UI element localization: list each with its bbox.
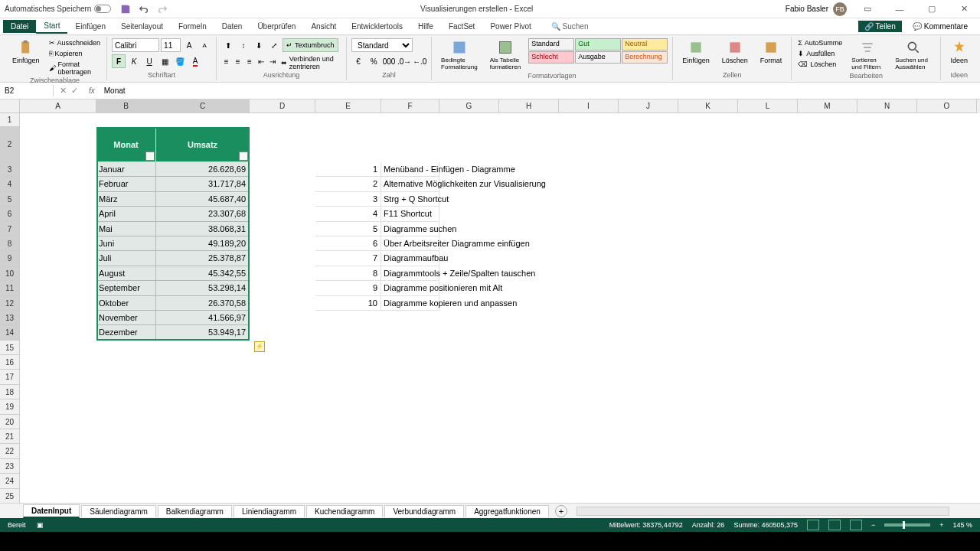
style-ausgabe[interactable]: Ausgabe	[575, 51, 621, 64]
comments-button[interactable]: 💬 Kommentare	[908, 21, 972, 32]
row-header-8[interactable]: 8	[0, 236, 20, 251]
sheet-tab[interactable]: Liniendiagramm	[234, 505, 305, 517]
indent-dec-icon[interactable]: ⇤	[256, 54, 266, 68]
cell[interactable]: August	[96, 266, 156, 281]
cell[interactable]: 53.949,17	[156, 325, 250, 340]
cell[interactable]: 23.307,68	[156, 207, 250, 221]
comma-icon[interactable]: 000	[382, 54, 396, 68]
cell[interactable]: Alternative Möglichkeiten zur Visualisie…	[381, 177, 439, 191]
col-header-H[interactable]: H	[499, 99, 559, 113]
zoom-in-icon[interactable]: +	[939, 521, 943, 529]
cell[interactable]: Juni	[96, 236, 156, 251]
row-header-18[interactable]: 18	[0, 385, 20, 399]
formula-input[interactable]	[100, 85, 980, 96]
zoom-slider[interactable]	[884, 523, 930, 527]
style-standard[interactable]: Standard	[528, 38, 574, 51]
row-header-15[interactable]: 15	[0, 341, 20, 355]
tab-factset[interactable]: FactSet	[441, 20, 482, 33]
delete-cells-button[interactable]: Löschen	[717, 38, 753, 66]
font-name-select[interactable]	[112, 38, 159, 52]
cell[interactable]: Monat▾	[96, 127, 156, 162]
tab-file[interactable]: Datei	[3, 20, 36, 33]
merge-button[interactable]: ⬌ Verbinden und zentrieren	[279, 54, 341, 71]
cell[interactable]: 6	[315, 236, 381, 251]
view-layout-icon[interactable]	[828, 520, 841, 530]
col-header-A[interactable]: A	[20, 99, 96, 113]
cell[interactable]: Menüband - Einfügen - Diagramme	[381, 162, 439, 177]
cell[interactable]: 45.687,40	[156, 192, 250, 207]
zoom-level[interactable]: 145 %	[952, 521, 972, 529]
style-schlecht[interactable]: Schlecht	[528, 51, 574, 64]
percent-icon[interactable]: %	[367, 54, 381, 68]
share-button[interactable]: 🔗 Teilen	[858, 21, 902, 32]
row-header-6[interactable]: 6	[0, 207, 20, 221]
align-top-icon[interactable]: ⬆	[221, 38, 235, 52]
user-account[interactable]: Fabio Basler FB	[786, 2, 847, 16]
horizontal-scrollbar[interactable]	[577, 507, 949, 516]
save-icon[interactable]	[120, 4, 131, 15]
cell[interactable]: 5	[315, 222, 381, 236]
tab-developer[interactable]: Entwicklertools	[344, 20, 410, 33]
row-header-14[interactable]: 14	[0, 325, 20, 340]
number-format-select[interactable]: Standard	[351, 38, 413, 52]
sheet-tab[interactable]: Verbunddiagramm	[384, 505, 464, 517]
col-header-E[interactable]: E	[315, 99, 381, 113]
autosum-button[interactable]: Σ AutoSumme	[796, 38, 844, 47]
wrap-text-button[interactable]: ↵ Textumbruch	[283, 38, 338, 52]
close-icon[interactable]: ✕	[952, 2, 975, 17]
row-header-9[interactable]: 9	[0, 251, 20, 266]
row-header-7[interactable]: 7	[0, 222, 20, 236]
col-header-M[interactable]: M	[798, 99, 858, 113]
cell[interactable]: 41.566,97	[156, 311, 250, 325]
cell[interactable]: Dezember	[96, 325, 156, 340]
cell[interactable]: März	[96, 192, 156, 207]
cell[interactable]: 49.189,20	[156, 236, 250, 251]
fill-color-button[interactable]: 🪣	[173, 54, 187, 68]
cell[interactable]: 31.717,84	[156, 177, 250, 191]
col-header-N[interactable]: N	[858, 99, 917, 113]
filter-dropdown-icon[interactable]: ▾	[145, 152, 155, 161]
cell[interactable]: 3	[315, 192, 381, 207]
col-header-I[interactable]: I	[559, 99, 619, 113]
tab-review[interactable]: Überprüfen	[250, 20, 303, 33]
cancel-fx-icon[interactable]: ✕	[60, 86, 67, 96]
col-header-J[interactable]: J	[619, 99, 678, 113]
row-header-4[interactable]: 4	[0, 177, 20, 191]
conditional-format-button[interactable]: Bedingte Formatierung	[436, 38, 482, 72]
cell[interactable]: 1	[315, 162, 381, 177]
cell[interactable]: 8	[315, 266, 381, 281]
cell[interactable]: Über Arbeitsreiter Diagramme einfügen	[381, 236, 439, 251]
row-header-16[interactable]: 16	[0, 355, 20, 370]
add-sheet-button[interactable]: +	[555, 505, 567, 517]
align-left-icon[interactable]: ≡	[221, 54, 231, 68]
tab-formulas[interactable]: Formeln	[171, 20, 214, 33]
column-headers[interactable]: ABCDEFGHIJKLMNO	[20, 99, 980, 113]
tell-me-search[interactable]: 🔍 Suchen	[551, 22, 589, 31]
style-neutral[interactable]: Neutral	[622, 38, 668, 51]
clear-button[interactable]: ⌫ Löschen	[796, 60, 844, 69]
cell[interactable]: April	[96, 207, 156, 221]
cell[interactable]: 26.370,58	[156, 296, 250, 311]
row-headers[interactable]: 1234567891011121314151617181920212223242…	[0, 113, 20, 503]
row-header-1[interactable]: 1	[0, 113, 20, 127]
indent-inc-icon[interactable]: ⇥	[268, 54, 278, 68]
bold-button[interactable]: F	[112, 54, 126, 68]
border-button[interactable]: ▦	[158, 54, 172, 68]
row-header-23[interactable]: 23	[0, 459, 20, 474]
col-header-F[interactable]: F	[381, 99, 439, 113]
sort-filter-button[interactable]: Sortieren und Filtern	[847, 38, 887, 72]
row-header-12[interactable]: 12	[0, 296, 20, 311]
cut-button[interactable]: ✂ Ausschneiden	[47, 38, 103, 47]
tab-powerpivot[interactable]: Power Pivot	[482, 20, 538, 33]
tab-view[interactable]: Ansicht	[303, 20, 344, 33]
cell[interactable]: Diagramme positionieren mit Alt	[381, 281, 439, 295]
cell[interactable]: 7	[315, 251, 381, 266]
tab-data[interactable]: Daten	[214, 20, 250, 33]
sheet-tab[interactable]: Säulendiagramm	[81, 505, 156, 517]
align-bottom-icon[interactable]: ⬇	[252, 38, 266, 52]
redo-icon[interactable]	[157, 4, 168, 15]
select-all-corner[interactable]	[0, 99, 20, 113]
zoom-out-icon[interactable]: −	[871, 521, 875, 529]
col-header-D[interactable]: D	[250, 99, 315, 113]
row-header-20[interactable]: 20	[0, 415, 20, 429]
